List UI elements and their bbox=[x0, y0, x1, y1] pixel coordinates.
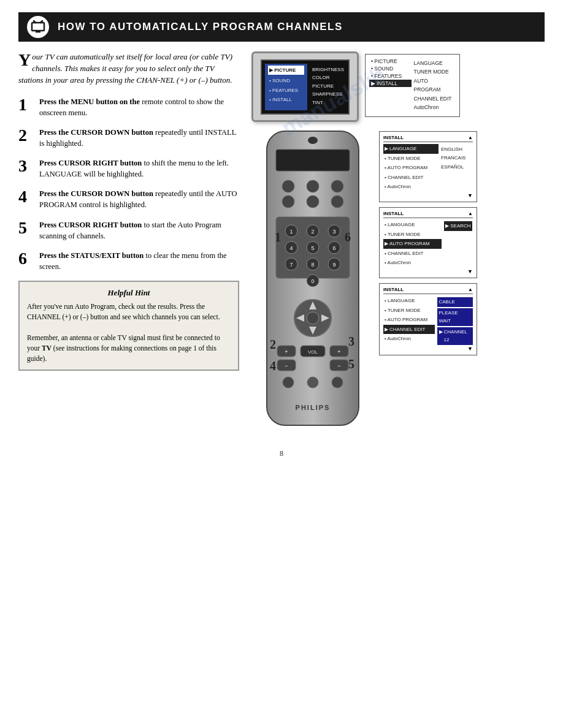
svg-text:−: − bbox=[285, 363, 288, 369]
step-text-2: Press the CURSOR DOWN button repeatedly … bbox=[39, 127, 239, 149]
page: How to Automatically Program Channels Yo… bbox=[0, 0, 563, 728]
menu-screens-right: INSTALL ▲ ▶ LANGUAGE • TUNER MODE • AUTO… bbox=[379, 131, 477, 355]
step-5: 5 Press CURSOR RIGHT button to start the… bbox=[18, 219, 239, 241]
step-6: 6 Press the STATUS/EXIT button to clear … bbox=[18, 250, 239, 272]
svg-text:VOL: VOL bbox=[308, 349, 318, 355]
hint-text-1: After you've run Auto Program, check out… bbox=[27, 301, 231, 322]
svg-text:4: 4 bbox=[270, 359, 276, 373]
svg-text:2: 2 bbox=[311, 229, 314, 235]
svg-text:2: 2 bbox=[270, 338, 276, 351]
svg-point-36 bbox=[307, 312, 319, 324]
svg-point-7 bbox=[282, 195, 294, 208]
svg-text:6: 6 bbox=[332, 245, 335, 251]
svg-text:1: 1 bbox=[289, 229, 293, 235]
step-text-1: Press the MENU button on the remote cont… bbox=[39, 96, 239, 118]
tv-screen-illustration: ▶ PICTURE • SOUND • FEATURES • INSTALL B… bbox=[251, 51, 359, 122]
step-number-2: 2 bbox=[18, 127, 33, 144]
intro-text: Your TV can automatically set itself for… bbox=[18, 51, 239, 86]
svg-text:7: 7 bbox=[289, 262, 293, 268]
step-number-1: 1 bbox=[18, 96, 33, 113]
step-number-6: 6 bbox=[18, 250, 33, 267]
step-text-6: Press the STATUS/EXIT button to clear th… bbox=[39, 250, 239, 272]
header-icon bbox=[27, 16, 49, 38]
svg-text:9: 9 bbox=[332, 262, 335, 268]
svg-text:0: 0 bbox=[311, 278, 314, 284]
svg-text:PHILIPS: PHILIPS bbox=[296, 404, 331, 411]
step-2: 2 Press the CURSOR DOWN button repeatedl… bbox=[18, 127, 239, 149]
svg-point-6 bbox=[331, 180, 343, 192]
svg-point-49 bbox=[332, 377, 343, 388]
step-4: 4 Press the CURSOR DOWN button repeatedl… bbox=[18, 188, 239, 210]
remote-section: 1 2 3 4 5 6 7 8 bbox=[251, 128, 545, 437]
svg-text:8: 8 bbox=[311, 262, 314, 268]
drop-cap: Y bbox=[18, 51, 31, 69]
remote-control: 1 2 3 4 5 6 7 8 bbox=[251, 128, 374, 437]
svg-text:3: 3 bbox=[332, 229, 335, 235]
page-number: 8 bbox=[18, 449, 545, 458]
menu-screen-2: INSTALL ▲ ▶ LANGUAGE • TUNER MODE • AUTO… bbox=[379, 131, 477, 202]
main-content: Your TV can automatically set itself for… bbox=[18, 51, 545, 437]
header-bar: How to Automatically Program Channels bbox=[18, 12, 545, 42]
svg-point-4 bbox=[282, 180, 294, 192]
step-number-5: 5 bbox=[18, 219, 33, 237]
svg-text:6: 6 bbox=[345, 230, 351, 244]
svg-rect-3 bbox=[276, 150, 350, 171]
right-column: manualslib ▶ PICTURE • SOUND • FEATURES … bbox=[251, 51, 545, 437]
hint-text-2: Remember, an antenna or cable TV signal … bbox=[27, 333, 231, 363]
svg-point-2 bbox=[308, 137, 318, 144]
step-1: 1 Press the MENU button on the remote co… bbox=[18, 96, 239, 118]
menu-screen-4: INSTALL ▲ • LANGUAGE • TUNER MODE • AUTO… bbox=[379, 283, 477, 355]
svg-point-48 bbox=[307, 377, 318, 388]
svg-rect-0 bbox=[32, 23, 44, 31]
svg-point-8 bbox=[307, 195, 319, 208]
svg-text:+: + bbox=[285, 349, 288, 355]
step-3: 3 Press CURSOR RIGHT button to shift the… bbox=[18, 157, 239, 180]
svg-text:3: 3 bbox=[348, 335, 354, 348]
svg-text:1: 1 bbox=[275, 230, 281, 244]
step-number-4: 4 bbox=[18, 188, 33, 205]
svg-point-5 bbox=[307, 180, 319, 192]
step-text-3: Press CURSOR RIGHT button to shift the m… bbox=[39, 157, 239, 180]
page-title: How to Automatically Program Channels bbox=[58, 21, 343, 33]
hint-box: Helpful Hint After you've run Auto Progr… bbox=[18, 281, 239, 371]
hint-title: Helpful Hint bbox=[27, 288, 231, 298]
svg-text:4: 4 bbox=[289, 245, 293, 251]
svg-point-9 bbox=[331, 195, 343, 208]
svg-text:−: − bbox=[337, 363, 340, 369]
left-column: Your TV can automatically set itself for… bbox=[18, 51, 239, 437]
svg-text:5: 5 bbox=[311, 245, 314, 251]
step-number-3: 3 bbox=[18, 157, 33, 175]
menu-screen-1: • PICTURE • SOUND • FEATURES ▶ INSTALL L… bbox=[365, 54, 460, 117]
step-text-5: Press CURSOR RIGHT button to start the A… bbox=[39, 219, 239, 241]
svg-text:5: 5 bbox=[348, 357, 354, 371]
step-text-4: Press the CURSOR DOWN button repeatedly … bbox=[39, 188, 239, 210]
svg-point-47 bbox=[283, 377, 294, 388]
menu-screen-3: INSTALL ▲ • LANGUAGE • TUNER MODE ▶ AUTO… bbox=[379, 207, 477, 278]
svg-text:+: + bbox=[337, 349, 340, 355]
